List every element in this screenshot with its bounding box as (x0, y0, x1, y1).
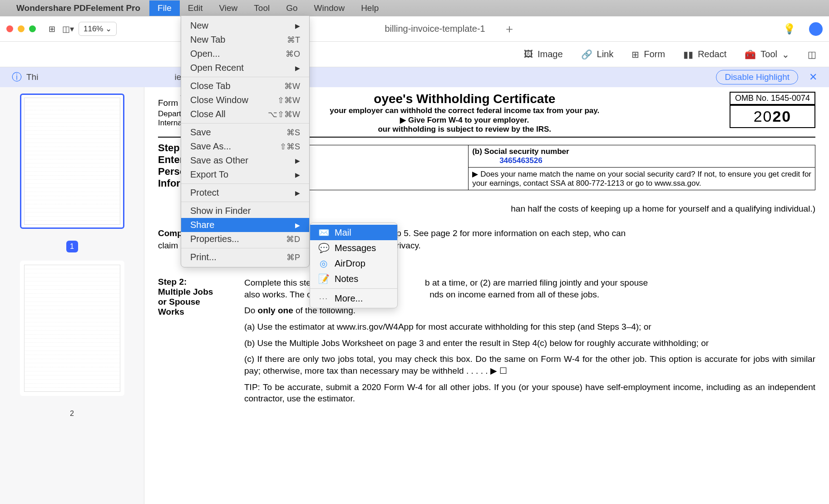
share-more[interactable]: ⋯More... (310, 291, 397, 306)
file-menu-print-[interactable]: Print...⌘P (181, 250, 309, 264)
tool-image[interactable]: 🖼Image (524, 49, 563, 59)
submenu-arrow-icon: ▶ (295, 64, 300, 72)
file-menu-open-[interactable]: Open...⌘O (181, 47, 309, 61)
submenu-arrow-icon: ▶ (295, 222, 300, 229)
close-window-icon[interactable] (6, 25, 13, 32)
file-menu-properties-[interactable]: Properties...⌘D (181, 232, 309, 248)
step2-line3: or Spouse (158, 297, 226, 307)
ssn-card-note: ▶ Does your name match the name on your … (469, 168, 815, 190)
close-banner-icon[interactable]: ✕ (809, 71, 817, 83)
menu-help[interactable]: Help (353, 0, 387, 16)
step2-label: Step 2: (158, 277, 226, 287)
s2-intro-c: b at a time, or (2) are married filing j… (425, 278, 648, 287)
page-thumbnail-1[interactable] (20, 94, 124, 229)
zoom-window-icon[interactable] (29, 25, 36, 32)
page-thumbnails-sidebar: 1 2 (0, 87, 144, 504)
titlebar: ⊞ ◫▾ 116% ⌄ billing-invoice-template-1 ＋… (0, 16, 829, 42)
file-menu-new[interactable]: New▶ (181, 19, 309, 33)
banner-text-left: Thi (26, 72, 38, 82)
menu-item-label: Print... (190, 252, 217, 262)
file-menu-new-tab[interactable]: New Tab⌘T (181, 33, 309, 47)
share-messages[interactable]: 💬Messages (310, 240, 397, 256)
document-tab[interactable]: billing-invoice-template-1 (385, 24, 485, 34)
share-mail[interactable]: ✉️Mail (310, 225, 397, 240)
toolbar: 🖼Image 🔗Link ⊞Form ▮▮Redact 🧰Tool⌄ ◫ (0, 42, 829, 67)
menu-edit[interactable]: Edit (180, 0, 211, 16)
file-menu-close-tab[interactable]: Close Tab⌘W (181, 79, 309, 93)
share-airdrop[interactable]: ◎AirDrop (310, 256, 397, 271)
panel-toggle-icon[interactable]: ◫ (808, 49, 816, 60)
submenu-arrow-icon: ▶ (295, 189, 300, 197)
file-menu-save-as-other[interactable]: Save as Other▶ (181, 153, 309, 168)
ssn-field[interactable]: 3465463526 (472, 156, 543, 165)
tool-form[interactable]: ⊞Form (632, 49, 665, 60)
complete-tail-2: rivacy. (396, 241, 420, 250)
s2-tip: TIP: To be accurate, submit a 2020 Form … (244, 381, 815, 405)
shortcut-label: ⌘O (286, 49, 300, 59)
menu-tool[interactable]: Tool (246, 0, 278, 16)
form-label: Form (158, 98, 178, 108)
form-instruction-3: our withholding is subject to review by … (378, 125, 551, 133)
tool-image-label: Image (538, 49, 563, 59)
messages-icon: 💬 (318, 242, 328, 253)
app-name[interactable]: Wondershare PDFelement Pro (16, 3, 140, 13)
thumbnail-grid-icon[interactable]: ⊞ (46, 23, 58, 35)
share-notes[interactable]: 📝Notes (310, 271, 397, 287)
menu-item-label: Open Recent (190, 63, 244, 73)
tool-link[interactable]: 🔗Link (581, 49, 614, 60)
page-thumbnail-2[interactable] (20, 261, 124, 396)
file-menu-save[interactable]: Save⌘S (181, 125, 309, 139)
menu-item-label: Save (190, 127, 211, 138)
file-menu-close-window[interactable]: Close Window⇧⌘W (181, 93, 309, 107)
shortcut-label: ⌥⇧⌘W (268, 109, 300, 119)
account-avatar-icon[interactable] (809, 22, 823, 36)
s2-option-a: (a) Use the estimator at www.irs.gov/W4A… (244, 321, 815, 333)
file-menu-open-recent[interactable]: Open Recent▶ (181, 61, 309, 77)
file-menu-show-in-finder[interactable]: Show in Finder (181, 204, 309, 218)
shortcut-label: ⇧⌘S (280, 142, 300, 152)
file-menu-save-as-[interactable]: Save As...⇧⌘S (181, 139, 309, 153)
s2-option-b: (b) Use the Multiple Jobs Worksheet on p… (244, 337, 815, 349)
zoom-dropdown[interactable]: 116% ⌄ (79, 22, 117, 36)
menu-item-label: Save As... (190, 141, 231, 152)
disable-highlight-button[interactable]: Disable Highlight (716, 70, 798, 84)
tool-redact-label: Redact (698, 49, 726, 59)
file-menu-export-to[interactable]: Export To▶ (181, 168, 309, 184)
form-title: oyee's Withholding Certificate (330, 92, 599, 106)
file-menu-share[interactable]: Share▶ (181, 218, 309, 232)
step2-line2: Multiple Jobs (158, 287, 226, 297)
sidebar-toggle-icon[interactable]: ◫▾ (62, 23, 74, 35)
file-menu-protect[interactable]: Protect▶ (181, 186, 309, 202)
shortcut-label: ⌘D (286, 234, 300, 244)
submenu-arrow-icon: ▶ (295, 157, 300, 164)
s2-option-c: (c) If there are only two jobs total, yo… (244, 353, 815, 376)
menu-item-label: Export To (190, 169, 228, 180)
menu-window[interactable]: Window (306, 0, 353, 16)
window: ⊞ ◫▾ 116% ⌄ billing-invoice-template-1 ＋… (0, 16, 829, 504)
menu-item-label: New Tab (190, 35, 225, 45)
mail-icon: ✉️ (318, 227, 328, 238)
omb-number: OMB No. 1545-0074 (730, 92, 815, 105)
menu-item-label: Open... (190, 49, 220, 59)
menu-file[interactable]: File (149, 0, 180, 16)
s2-текintro-d: nds on income earned from all of these j… (429, 290, 599, 299)
file-menu-close-all[interactable]: Close All⌥⇧⌘W (181, 107, 309, 124)
menu-item-label: Share (190, 220, 214, 230)
tool-more[interactable]: 🧰Tool⌄ (745, 49, 790, 60)
tool-redact[interactable]: ▮▮Redact (683, 49, 726, 60)
traffic-lights (6, 25, 36, 32)
menu-item-label: Protect (190, 188, 219, 198)
form-icon: ⊞ (632, 49, 639, 60)
minimize-window-icon[interactable] (18, 25, 25, 32)
new-tab-button[interactable]: ＋ (503, 21, 515, 37)
menu-view[interactable]: View (211, 0, 246, 16)
share-submenu: ✉️Mail 💬Messages ◎AirDrop 📝Notes ⋯More..… (310, 222, 398, 308)
menu-go[interactable]: Go (278, 0, 306, 16)
menu-item-label: Properties... (190, 234, 239, 244)
image-icon: 🖼 (524, 49, 533, 59)
thumbnail-preview (24, 265, 120, 392)
share-messages-label: Messages (335, 243, 376, 253)
tips-icon[interactable]: 💡 (783, 23, 795, 35)
menu-item-label: Close All (190, 109, 226, 119)
menu-item-label: Close Tab (190, 81, 231, 91)
